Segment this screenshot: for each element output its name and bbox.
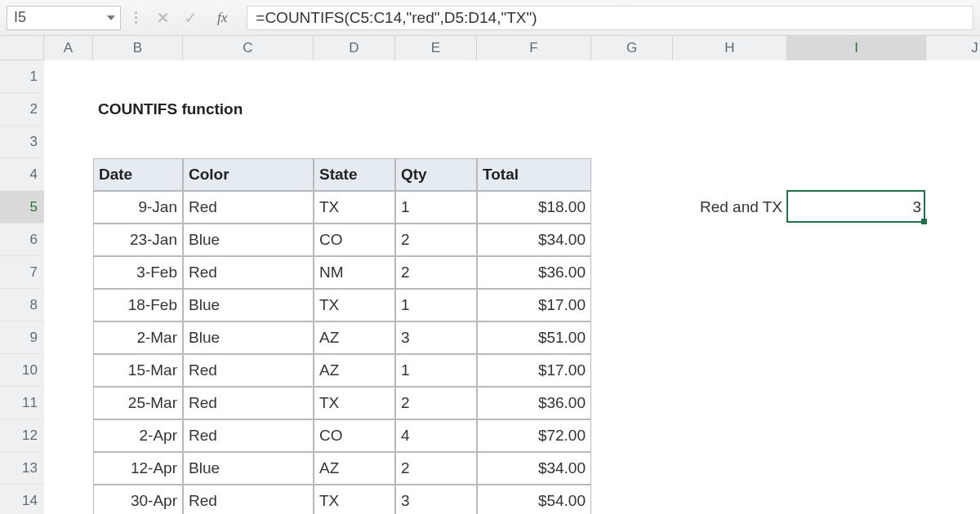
- row-header-2[interactable]: 2: [0, 93, 44, 126]
- name-box-value: I5: [14, 9, 26, 26]
- table-cell[interactable]: 2: [395, 224, 477, 256]
- table-cell[interactable]: Blue: [183, 452, 314, 485]
- table-cell[interactable]: TX: [314, 191, 395, 224]
- table-cell[interactable]: NM: [314, 256, 395, 289]
- table-cell[interactable]: 1: [395, 289, 477, 321]
- table-cell[interactable]: $17.00: [477, 289, 591, 321]
- formula-bar-buttons: ✕ ✓ fx: [150, 8, 238, 28]
- row-header-3[interactable]: 3: [0, 126, 44, 158]
- table-header-color[interactable]: Color: [183, 158, 314, 191]
- formula-bar: I5 ✕ ✓ fx =COUNTIFS(C5:C14,"red",D5:D14,…: [0, 0, 980, 36]
- table-cell[interactable]: 25-Mar: [93, 387, 183, 419]
- cancel-icon[interactable]: ✕: [157, 9, 169, 27]
- table-cell[interactable]: 18-Feb: [93, 289, 183, 321]
- table-cell[interactable]: AZ: [314, 354, 395, 387]
- table-cell[interactable]: Red: [183, 354, 314, 387]
- table-cell[interactable]: AZ: [314, 321, 395, 354]
- table-cell[interactable]: $54.00: [477, 485, 591, 514]
- table-cell[interactable]: 3-Feb: [93, 256, 183, 289]
- formula-text: =COUNTIFS(C5:C14,"red",D5:D14,"TX"): [256, 9, 537, 27]
- table-cell[interactable]: $34.00: [477, 224, 591, 256]
- table-cell[interactable]: $34.00: [477, 452, 591, 485]
- row-header-6[interactable]: 6: [0, 224, 44, 256]
- row-headers: 1234567891011121314: [0, 60, 44, 514]
- table-cell[interactable]: 2-Mar: [93, 321, 183, 354]
- row-header-4[interactable]: 4: [0, 158, 44, 191]
- col-header-J[interactable]: J: [926, 36, 980, 60]
- table-cell[interactable]: 15-Mar: [93, 354, 183, 387]
- col-header-E[interactable]: E: [395, 36, 477, 60]
- row-header-13[interactable]: 13: [0, 452, 44, 485]
- table-header-qty[interactable]: Qty: [395, 158, 477, 191]
- table-cell[interactable]: 3: [395, 321, 477, 354]
- table-cell[interactable]: 2: [395, 256, 477, 289]
- table-cell[interactable]: 2: [395, 387, 477, 419]
- table-cell[interactable]: TX: [314, 387, 395, 419]
- table-cell[interactable]: CO: [314, 419, 395, 452]
- table-cell[interactable]: $18.00: [477, 191, 591, 224]
- row-header-5[interactable]: 5: [0, 191, 44, 224]
- page-title[interactable]: COUNTIFS function: [93, 93, 420, 126]
- col-header-I[interactable]: I: [787, 36, 926, 60]
- table-header-date[interactable]: Date: [93, 158, 183, 191]
- table-cell[interactable]: $51.00: [477, 321, 591, 354]
- confirm-icon[interactable]: ✓: [184, 8, 198, 28]
- row-header-7[interactable]: 7: [0, 256, 44, 289]
- result-value[interactable]: 3: [787, 191, 926, 224]
- table-cell[interactable]: Blue: [183, 321, 314, 354]
- table-cell[interactable]: 1: [395, 191, 477, 224]
- select-all-corner[interactable]: [0, 36, 44, 60]
- col-header-C[interactable]: C: [183, 36, 314, 60]
- separator-dots: [129, 8, 142, 28]
- table-cell[interactable]: TX: [314, 485, 395, 514]
- table-cell[interactable]: $17.00: [477, 354, 591, 387]
- table-cell[interactable]: AZ: [314, 452, 395, 485]
- col-header-A[interactable]: A: [44, 36, 93, 60]
- table-cell[interactable]: $72.00: [477, 419, 591, 452]
- table-header-state[interactable]: State: [314, 158, 395, 191]
- table-cell[interactable]: 3: [395, 485, 477, 514]
- table-cell[interactable]: Red: [183, 256, 314, 289]
- row-header-10[interactable]: 10: [0, 354, 44, 387]
- result-label[interactable]: Red and TX: [673, 191, 787, 224]
- table-cell[interactable]: $36.00: [477, 387, 591, 419]
- table-cell[interactable]: 23-Jan: [93, 224, 183, 256]
- col-header-D[interactable]: D: [314, 36, 395, 60]
- table-cell[interactable]: Red: [183, 485, 314, 514]
- column-headers: ABCDEFGHIJ: [44, 36, 980, 60]
- table-cell[interactable]: 2-Apr: [93, 419, 183, 452]
- row-header-12[interactable]: 12: [0, 419, 44, 452]
- table-cell[interactable]: 12-Apr: [93, 452, 183, 485]
- table-cell[interactable]: 2: [395, 452, 477, 485]
- table-cell[interactable]: TX: [314, 289, 395, 321]
- row-header-8[interactable]: 8: [0, 289, 44, 321]
- table-cell[interactable]: Blue: [183, 224, 314, 256]
- table-header-total[interactable]: Total: [477, 158, 591, 191]
- chevron-down-icon[interactable]: [107, 16, 115, 20]
- col-header-G[interactable]: G: [591, 36, 673, 60]
- table-cell[interactable]: Red: [183, 419, 314, 452]
- col-header-H[interactable]: H: [673, 36, 787, 60]
- formula-input[interactable]: =COUNTIFS(C5:C14,"red",D5:D14,"TX"): [247, 6, 973, 30]
- table-cell[interactable]: Blue: [183, 289, 314, 321]
- table-cell[interactable]: 4: [395, 419, 477, 452]
- col-header-B[interactable]: B: [93, 36, 183, 60]
- table-cell[interactable]: Red: [183, 387, 314, 419]
- table-cell[interactable]: 9-Jan: [93, 191, 183, 224]
- col-header-F[interactable]: F: [477, 36, 591, 60]
- table-cell[interactable]: CO: [314, 224, 395, 256]
- table-cell[interactable]: Red: [183, 191, 314, 224]
- table-cell[interactable]: $36.00: [477, 256, 591, 289]
- table-cell[interactable]: 1: [395, 354, 477, 387]
- row-header-1[interactable]: 1: [0, 60, 44, 93]
- table-cell[interactable]: 30-Apr: [93, 485, 183, 514]
- spreadsheet-grid[interactable]: ABCDEFGHIJ 1234567891011121314 COUNTIFS …: [0, 36, 980, 514]
- row-header-14[interactable]: 14: [0, 485, 44, 514]
- fx-icon[interactable]: fx: [212, 10, 232, 26]
- name-box[interactable]: I5: [7, 6, 121, 30]
- row-header-9[interactable]: 9: [0, 321, 44, 354]
- row-header-11[interactable]: 11: [0, 387, 44, 419]
